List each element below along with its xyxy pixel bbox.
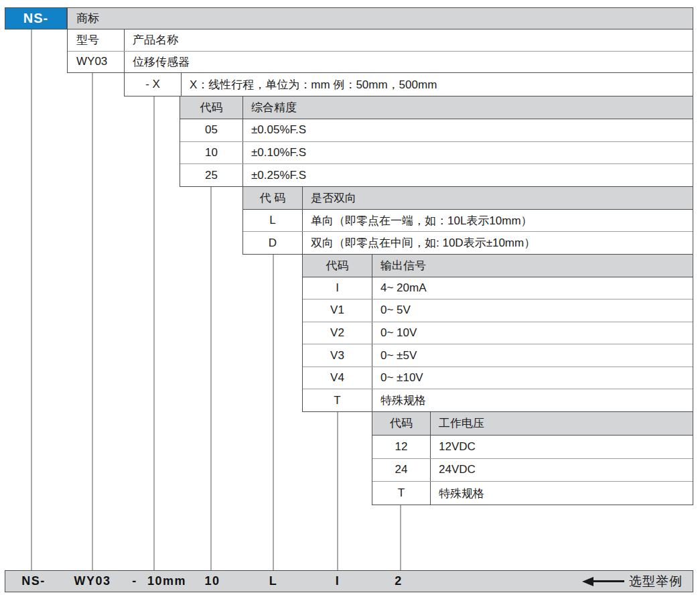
output-signal-table: 代码 输出信号 I 4~ 20mA V1 0~ 5V V2 0~ 10V V3 … <box>302 254 693 412</box>
table-row: V2 0~ 10V <box>303 322 693 344</box>
table-row: 05 ±0.05%F.S <box>180 119 693 141</box>
accuracy-header-code: 代码 <box>180 96 243 119</box>
example-segment-output: I <box>336 571 340 592</box>
direction-code: L <box>243 210 303 232</box>
example-segment-direction: L <box>269 571 278 592</box>
example-segment-accuracy: 10 <box>204 571 220 592</box>
table-row: D 双向（即零点在中间，如: 10D表示±10mm） <box>243 231 693 254</box>
model-table: 型号 产品名称 WY03 位移传感器 <box>67 29 693 73</box>
voltage-value: 24VDC <box>431 459 693 482</box>
table-row: T 特殊规格 <box>303 389 693 411</box>
stroke-code: - X <box>125 73 182 96</box>
accuracy-code: 25 <box>180 164 243 186</box>
voltage-value: 12VDC <box>431 436 693 458</box>
direction-header-row: 代 码 是否双向 <box>243 187 693 210</box>
voltage-code: 24 <box>372 459 431 482</box>
table-row: V1 0~ 5V <box>303 299 693 322</box>
voltage-code: 12 <box>372 436 431 458</box>
trademark-row: 商标 <box>67 7 693 29</box>
left-arrow-tail <box>593 580 624 582</box>
example-segment-voltage: 2 <box>395 571 403 592</box>
connector-line-voltage <box>400 505 401 570</box>
model-row: WY03 位移传感器 <box>68 51 693 73</box>
model-code: WY03 <box>68 52 125 73</box>
connector-line-direction <box>273 254 274 570</box>
table-row: 10 ±0.10%F.S <box>180 141 693 164</box>
voltage-table: 代码 工作电压 12 12VDC 24 24VDC T 特殊规格 <box>372 411 693 505</box>
output-code: V3 <box>303 344 372 367</box>
voltage-value: 特殊规格 <box>431 482 693 505</box>
example-segment-prefix: NS- <box>21 571 46 592</box>
output-header-code: 代码 <box>303 255 372 277</box>
example-label: 选型举例 <box>629 573 683 590</box>
table-row: T 特殊规格 <box>372 481 693 505</box>
connector-line-accuracy <box>210 186 212 570</box>
accuracy-header-value: 综合精度 <box>243 96 693 119</box>
example-segment-model: WY03 <box>74 571 111 592</box>
accuracy-code: 05 <box>180 119 243 141</box>
example-segment-dash: - <box>132 571 137 592</box>
model-header-code: 型号 <box>68 29 125 51</box>
table-row: 24 24VDC <box>372 458 693 482</box>
table-row: 25 ±0.25%F.S <box>180 163 693 186</box>
connector-line-prefix <box>31 29 32 570</box>
voltage-header-value: 工作电压 <box>431 412 693 435</box>
output-code: V2 <box>303 322 372 344</box>
direction-header-value: 是否双向 <box>303 187 693 209</box>
output-value: 0~ 5V <box>372 300 693 322</box>
model-header-row: 型号 产品名称 <box>68 29 693 51</box>
table-row: L 单向（即零点在一端，如：10L表示10mm） <box>243 210 693 232</box>
prefix-code-box: NS- <box>5 7 67 29</box>
accuracy-code: 10 <box>180 142 243 164</box>
voltage-code: T <box>372 482 431 505</box>
table-row: V4 0~ ±10V <box>303 367 693 389</box>
direction-value: 双向（即零点在中间，如: 10D表示±10mm） <box>303 232 693 254</box>
left-arrow-icon <box>582 577 593 586</box>
stroke-description: X：线性行程，单位为：mm 例：50mm，500mm <box>182 73 693 96</box>
output-code: V1 <box>303 300 372 322</box>
voltage-header-row: 代码 工作电压 <box>372 412 693 436</box>
accuracy-value: ±0.10%F.S <box>243 142 693 164</box>
output-value: 特殊规格 <box>372 389 693 411</box>
accuracy-value: ±0.05%F.S <box>243 119 693 141</box>
output-header-value: 输出信号 <box>372 255 693 277</box>
accuracy-value: ±0.25%F.S <box>243 164 693 186</box>
model-name: 位移传感器 <box>125 52 693 73</box>
voltage-header-code: 代码 <box>372 412 431 435</box>
connector-line-stroke <box>153 96 155 570</box>
output-code: V4 <box>303 367 372 389</box>
connector-line-output <box>337 411 338 570</box>
output-value: 0~ ±10V <box>372 367 693 389</box>
example-bar: NS- WY03 - 10mm 10 L I 2 选型举例 <box>5 570 693 592</box>
direction-table: 代 码 是否双向 L 单向（即零点在一端，如：10L表示10mm） D 双向（即… <box>242 186 693 255</box>
table-row: V3 0~ ±5V <box>303 344 693 367</box>
output-header-row: 代码 输出信号 <box>303 255 693 277</box>
direction-code: D <box>243 232 303 254</box>
accuracy-table: 代码 综合精度 05 ±0.05%F.S 10 ±0.10%F.S 25 ±0.… <box>180 96 693 187</box>
direction-header-code: 代 码 <box>243 187 303 209</box>
accuracy-header-row: 代码 综合精度 <box>180 96 693 119</box>
connector-line-model <box>92 72 93 570</box>
table-row: I 4~ 20mA <box>303 277 693 300</box>
table-row: 12 12VDC <box>372 436 693 458</box>
stroke-row: - X X：线性行程，单位为：mm 例：50mm，500mm <box>124 72 693 96</box>
example-segment-stroke: 10mm <box>147 571 186 592</box>
model-header-name: 产品名称 <box>125 29 693 51</box>
output-value: 0~ ±5V <box>372 344 693 367</box>
direction-value: 单向（即零点在一端，如：10L表示10mm） <box>303 210 693 232</box>
example-pointer: 选型举例 <box>582 571 683 592</box>
output-code: I <box>303 277 372 300</box>
ordering-code-diagram: NS- 商标 型号 产品名称 WY03 位移传感器 - X X：线性行程，单位为… <box>0 0 700 599</box>
output-value: 0~ 10V <box>372 322 693 344</box>
output-value: 4~ 20mA <box>372 277 693 300</box>
output-code: T <box>303 389 372 411</box>
